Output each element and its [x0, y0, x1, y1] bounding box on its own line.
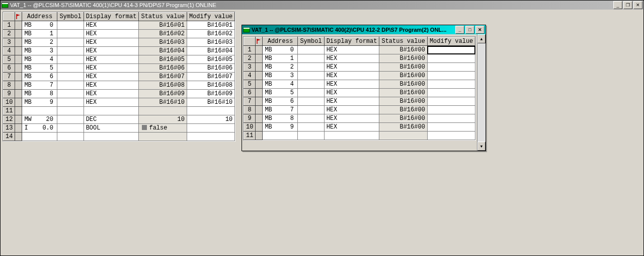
row-number[interactable]: 3	[244, 63, 256, 72]
cell-modify[interactable]	[427, 89, 475, 97]
cell-status[interactable]: B#16#08	[139, 81, 187, 90]
cell-format[interactable]: HEX	[324, 72, 379, 80]
row-number[interactable]: 8	[4, 81, 15, 90]
row-marker[interactable]	[15, 90, 22, 98]
table-row[interactable]: 10MB 9HEXB#16#00	[244, 123, 475, 132]
cell-symbol[interactable]	[57, 64, 84, 73]
table-row[interactable]: 9MB 8HEXB#16#00	[244, 114, 475, 123]
minimize-button[interactable]: _	[455, 26, 464, 34]
row-marker[interactable]	[15, 55, 22, 64]
child-titlebar[interactable]: VAT_1 -- @PLCSIM-S7\SIMATIC 400(2)\CPU 4…	[242, 25, 486, 34]
row-number[interactable]: 3	[4, 38, 15, 47]
cell-format[interactable]: HEX	[84, 73, 139, 81]
cell-format[interactable]: HEX	[324, 97, 379, 106]
cell-status[interactable]	[139, 133, 187, 141]
row-number[interactable]: 13	[4, 124, 15, 133]
row-number[interactable]: 2	[4, 30, 15, 38]
table-row[interactable]: 6MB 5HEXB#16#06B#16#06	[4, 64, 235, 73]
cell-format[interactable]	[324, 132, 379, 140]
row-number[interactable]: 8	[244, 106, 256, 114]
col-address[interactable]: Address	[263, 37, 298, 46]
cell-modify[interactable]: 10	[187, 115, 234, 124]
row-marker[interactable]	[256, 72, 263, 80]
close-button[interactable]: ✕	[475, 26, 485, 34]
cell-address[interactable]: MB 5	[263, 89, 298, 97]
cell-status[interactable]: B#16#00	[379, 72, 427, 80]
cell-symbol[interactable]	[298, 132, 324, 140]
cell-address[interactable]: MB 8	[22, 90, 57, 98]
minimize-button[interactable]: _	[613, 1, 622, 9]
cell-modify[interactable]	[427, 106, 475, 114]
cell-address[interactable]: MB 5	[22, 64, 57, 73]
cell-address[interactable]: MB 4	[263, 80, 298, 89]
table-row[interactable]: 11	[4, 107, 235, 115]
col-format[interactable]: Display format	[324, 37, 379, 46]
cell-format[interactable]: HEX	[324, 63, 379, 72]
row-number[interactable]: 9	[4, 90, 15, 98]
cell-modify[interactable]	[427, 63, 475, 72]
cell-status[interactable]: B#16#00	[379, 97, 427, 106]
row-number[interactable]: 11	[244, 132, 256, 140]
cell-format[interactable]: HEX	[324, 80, 379, 89]
row-marker[interactable]	[15, 21, 22, 30]
row-number[interactable]: 11	[4, 107, 15, 115]
cell-symbol[interactable]	[298, 97, 324, 106]
cell-address[interactable]: MB 3	[22, 47, 57, 55]
row-marker[interactable]	[256, 89, 263, 97]
cell-address[interactable]: MB 0	[22, 21, 57, 30]
cell-symbol[interactable]	[57, 81, 84, 90]
cell-symbol[interactable]	[298, 54, 324, 63]
row-marker[interactable]	[15, 81, 22, 90]
table-row[interactable]: 14	[4, 133, 235, 141]
cell-modify[interactable]	[187, 133, 234, 141]
table-row[interactable]: 6MB 5HEXB#16#00	[244, 89, 475, 97]
cell-address[interactable]: MB 7	[22, 81, 57, 90]
child-window[interactable]: VAT_1 -- @PLCSIM-S7\SIMATIC 400(2)\CPU 4…	[242, 25, 486, 151]
row-number[interactable]: 4	[244, 72, 256, 80]
cell-symbol[interactable]	[57, 124, 84, 133]
cell-modify[interactable]: B#16#07	[187, 73, 234, 81]
scroll-up-button[interactable]: ▲	[477, 34, 486, 43]
cell-status[interactable]: B#16#00	[379, 89, 427, 97]
cell-format[interactable]: HEX	[324, 89, 379, 97]
cell-modify[interactable]	[427, 46, 475, 54]
cell-status[interactable]	[379, 132, 427, 140]
row-marker[interactable]	[256, 123, 263, 132]
cell-status[interactable]: B#16#03	[139, 38, 187, 47]
row-marker[interactable]	[256, 97, 263, 106]
cell-status[interactable]: B#16#06	[139, 64, 187, 73]
row-number[interactable]: 6	[244, 89, 256, 97]
cell-format[interactable]: HEX	[324, 123, 379, 132]
row-marker[interactable]	[256, 132, 263, 140]
cell-status[interactable]	[139, 107, 187, 115]
table-row[interactable]: 1MB 0HEXB#16#00	[244, 46, 475, 54]
col-address[interactable]: Address	[22, 13, 57, 21]
cell-modify[interactable]	[427, 114, 475, 123]
table-row[interactable]: 3MB 2HEXB#16#00	[244, 63, 475, 72]
table-row[interactable]: 10MB 9HEXB#16#10B#16#10	[4, 98, 235, 107]
cell-modify[interactable]: B#16#09	[187, 90, 234, 98]
cell-status[interactable]: B#16#04	[139, 47, 187, 55]
col-format[interactable]: Display format	[84, 13, 139, 21]
col-modify[interactable]: Modify value	[427, 37, 475, 46]
cell-symbol[interactable]	[298, 46, 324, 54]
scroll-down-button[interactable]: ▼	[477, 142, 486, 151]
cell-status[interactable]: B#16#00	[379, 63, 427, 72]
cell-status[interactable]: B#16#07	[139, 73, 187, 81]
cell-symbol[interactable]	[298, 72, 324, 80]
cell-symbol[interactable]	[298, 89, 324, 97]
row-number[interactable]: 10	[4, 98, 15, 107]
main-titlebar[interactable]: VAT_1 -- @PLCSIM-S7\SIMATIC 400(1)\CPU 4…	[1, 1, 643, 10]
cell-format[interactable]: HEX	[84, 64, 139, 73]
cell-address[interactable]: MB 1	[263, 54, 298, 63]
row-marker[interactable]	[256, 63, 263, 72]
row-marker[interactable]	[15, 38, 22, 47]
cell-format[interactable]	[84, 107, 139, 115]
cell-address[interactable]: MB 6	[263, 97, 298, 106]
cell-address[interactable]: MB 6	[22, 73, 57, 81]
cell-address[interactable]: I 0.0	[22, 124, 57, 133]
table-row[interactable]: 5MB 4HEXB#16#05B#16#05	[4, 55, 235, 64]
row-marker[interactable]	[15, 115, 22, 124]
table-row[interactable]: 8MB 7HEXB#16#00	[244, 106, 475, 114]
cell-modify[interactable]	[187, 124, 234, 133]
